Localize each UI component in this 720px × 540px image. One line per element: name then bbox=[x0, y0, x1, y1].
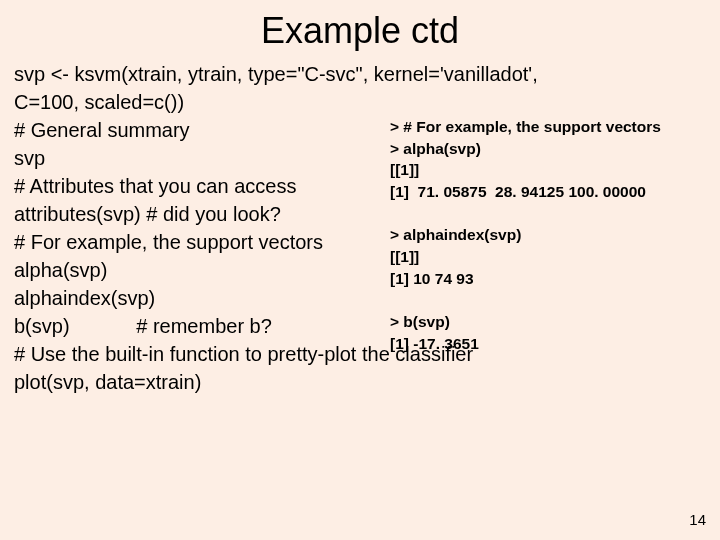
output-right-column: > # For example, the support vectors > a… bbox=[390, 116, 661, 355]
slide-body: svp <- ksvm(xtrain, ytrain, type="C-svc"… bbox=[0, 60, 720, 396]
page-number: 14 bbox=[689, 511, 706, 528]
slide-title: Example ctd bbox=[0, 0, 720, 60]
